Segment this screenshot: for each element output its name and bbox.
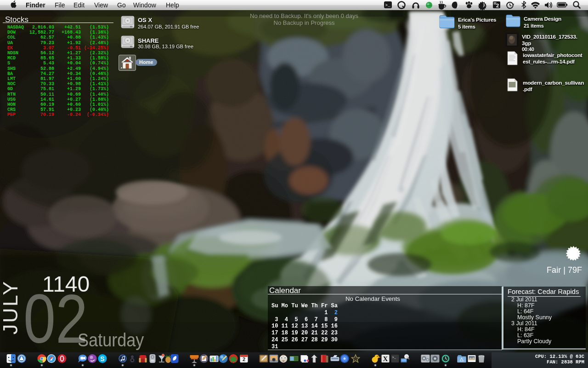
svg-text:S: S [100, 355, 104, 362]
svg-text:2: 2 [243, 356, 245, 362]
svg-text:2: 2 [496, 3, 499, 8]
svg-text:>_: >_ [385, 3, 390, 8]
svg-text:X: X [383, 355, 388, 362]
svg-text:>_: >_ [392, 356, 396, 359]
